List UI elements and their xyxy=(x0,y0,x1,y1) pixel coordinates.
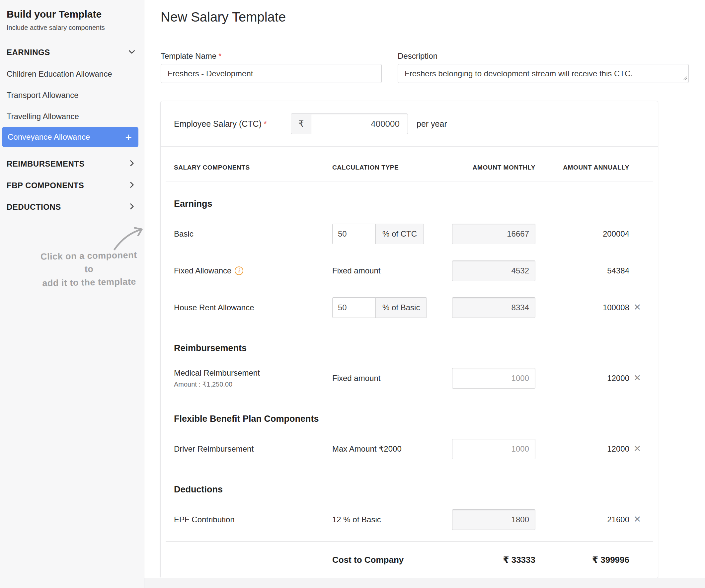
remove-hra-button[interactable]: ✕ xyxy=(632,302,643,313)
required-star: * xyxy=(264,119,267,129)
template-name-field-group: Template Name* xyxy=(161,51,382,84)
plus-icon: + xyxy=(125,132,132,143)
description-label: Description xyxy=(397,51,689,61)
chevron-right-icon xyxy=(128,159,136,169)
driver-annual-amount: 12000 xyxy=(535,444,629,454)
template-name-input[interactable] xyxy=(161,64,382,83)
resize-handle-icon[interactable] xyxy=(683,75,687,81)
components-table: SALARY COMPONENTS CALCULATION TYPE AMOUN… xyxy=(161,147,658,578)
table-header-row: SALARY COMPONENTS CALCULATION TYPE AMOUN… xyxy=(166,147,653,182)
rupee-icon: ₹ xyxy=(298,119,304,129)
epf-monthly-amount xyxy=(452,509,535,530)
component-name: EPF Contribution xyxy=(174,515,332,524)
calc-type-text: Fixed amount xyxy=(332,374,452,383)
table-row-epf-contribution: EPF Contribution 12 % of Basic 21600 ✕ xyxy=(174,501,645,538)
rupee-prefix: ₹ xyxy=(291,113,311,134)
component-name: Medical Reimbursement Amount : ₹1,250.00 xyxy=(174,368,332,388)
basic-annual-amount: 200004 xyxy=(535,229,629,239)
column-header-salary-components: SALARY COMPONENTS xyxy=(174,164,332,171)
component-name: Driver Reimbursement xyxy=(174,444,332,454)
hra-annual-amount: 100008 xyxy=(535,303,629,312)
component-sidebar: Build your Template Include active salar… xyxy=(0,0,144,588)
table-footer-row: Cost to Company ₹ 33333 ₹ 399996 xyxy=(174,542,645,578)
component-name: Basic xyxy=(174,229,332,239)
table-row-driver-reimbursement: Driver Reimbursement Max Amount ₹2000 12… xyxy=(174,430,645,467)
salary-breakdown-card: Employee Salary (CTC)* ₹ per year SALARY… xyxy=(160,101,658,578)
cost-to-company-label: Cost to Company xyxy=(332,555,452,565)
column-header-calculation-type: CALCULATION TYPE xyxy=(332,164,452,171)
ctc-label: Employee Salary (CTC)* xyxy=(174,119,291,129)
section-title-deductions: Deductions xyxy=(174,467,645,501)
driver-monthly-amount-input[interactable] xyxy=(452,439,535,459)
component-sub-label: Amount : ₹1,250.00 xyxy=(174,380,332,388)
column-header-amount-annually: AMOUNT ANNUALLY xyxy=(535,164,629,171)
section-title-earnings: Earnings xyxy=(174,182,645,215)
section-deductions-label: DEDUCTIONS xyxy=(7,202,61,212)
section-reimbursements-label: REIMBURSEMENTS xyxy=(7,159,85,168)
sidebar-title: Build your Template xyxy=(7,9,137,20)
basic-percent-input[interactable] xyxy=(332,224,376,244)
table-row-basic: Basic % of CTC 200004 xyxy=(174,215,645,252)
section-fbp-components[interactable]: FBP COMPONENTS xyxy=(7,181,136,191)
hint-arrow-icon xyxy=(111,225,148,253)
calc-type-text: 12 % of Basic xyxy=(332,515,452,524)
medical-annual-amount: 12000 xyxy=(535,374,629,383)
calc-type-control: % of Basic xyxy=(332,297,452,318)
hra-percent-input[interactable] xyxy=(332,297,376,318)
page-header: New Salary Template xyxy=(144,0,705,34)
hint-note: Click on a component to add it to the te… xyxy=(36,248,142,290)
sidebar-item-transport-allowance[interactable]: Transport Allowance xyxy=(7,91,136,100)
ctc-period-label: per year xyxy=(417,119,447,129)
component-name: House Rent Allowance xyxy=(174,303,332,312)
chevron-right-icon xyxy=(128,202,136,212)
description-field-group: Description Freshers belonging to develo… xyxy=(397,51,689,84)
sidebar-item-conveyance-allowance[interactable]: Conveyance Allowance + xyxy=(2,127,138,147)
sidebar-item-conveyance-allowance-label: Conveyance Allowance xyxy=(8,132,90,142)
section-title-fbp: Flexible Benefit Plan Components xyxy=(174,397,645,430)
section-reimbursements[interactable]: REIMBURSEMENTS xyxy=(7,159,136,169)
medical-monthly-amount-input[interactable] xyxy=(452,368,535,389)
cost-to-company-monthly: ₹ 33333 xyxy=(452,555,535,565)
page-title: New Salary Template xyxy=(161,10,286,24)
chevron-down-icon xyxy=(128,47,136,57)
calc-type-control: % of CTC xyxy=(332,224,452,244)
template-form: Template Name* Description Freshers belo… xyxy=(144,34,705,84)
fixed-allowance-annual-amount: 54384 xyxy=(535,266,629,276)
template-name-label: Template Name* xyxy=(161,51,382,61)
salary-template-app: Build your Template Include active salar… xyxy=(0,0,705,588)
remove-epf-button[interactable]: ✕ xyxy=(632,514,643,525)
cost-to-company-annual: ₹ 399996 xyxy=(535,555,629,565)
ctc-amount-input[interactable] xyxy=(311,113,408,134)
sidebar-subtitle: Include active salary components xyxy=(7,24,137,32)
percent-of-ctc-addon: % of CTC xyxy=(375,224,424,244)
section-title-reimbursements: Reimbursements xyxy=(174,326,645,360)
table-row-medical-reimbursement: Medical Reimbursement Amount : ₹1,250.00… xyxy=(174,360,645,397)
sidebar-item-travelling-allowance[interactable]: Travelling Allowance xyxy=(7,112,136,121)
section-earnings-label: EARNINGS xyxy=(7,48,50,57)
info-icon[interactable]: i xyxy=(235,266,243,275)
calc-type-text: Fixed amount xyxy=(332,266,452,276)
description-input[interactable]: Freshers belonging to development stream… xyxy=(397,64,689,83)
basic-monthly-amount xyxy=(452,224,535,244)
column-header-amount-monthly: AMOUNT MONTHLY xyxy=(452,164,535,171)
calc-type-text: Max Amount ₹2000 xyxy=(332,444,452,454)
page-bottom-strip xyxy=(144,578,705,588)
ctc-input-group: ₹ xyxy=(291,113,408,134)
component-name: Fixed Allowance i xyxy=(174,266,332,276)
epf-annual-amount: 21600 xyxy=(535,515,629,524)
section-deductions[interactable]: DEDUCTIONS xyxy=(7,202,136,212)
remove-driver-button[interactable]: ✕ xyxy=(632,443,643,455)
remove-medical-button[interactable]: ✕ xyxy=(632,372,643,384)
section-earnings[interactable]: EARNINGS xyxy=(7,47,136,57)
table-row-fixed-allowance: Fixed Allowance i Fixed amount 54384 xyxy=(174,252,645,289)
hint-line-2: add it to the template xyxy=(36,275,142,290)
fixed-allowance-monthly-amount xyxy=(452,260,535,281)
table-row-house-rent-allowance: House Rent Allowance % of Basic 100008 ✕ xyxy=(174,289,645,326)
percent-of-basic-addon: % of Basic xyxy=(375,297,427,318)
required-star: * xyxy=(219,51,221,60)
main-panel: New Salary Template Template Name* Descr… xyxy=(144,0,705,588)
chevron-right-icon xyxy=(128,181,136,191)
sidebar-item-children-education-allowance[interactable]: Children Education Allowance xyxy=(7,69,136,79)
section-fbp-components-label: FBP COMPONENTS xyxy=(7,181,84,190)
hra-monthly-amount xyxy=(452,297,535,318)
